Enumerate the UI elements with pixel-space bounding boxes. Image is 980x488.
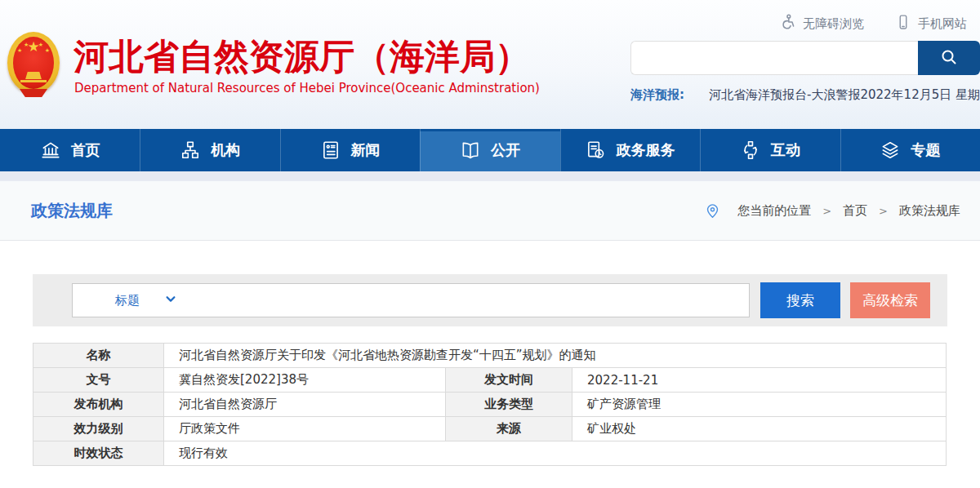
detail-label-cell: 效力级别 [33,417,164,441]
detail-label-cell: 名称 [33,344,164,368]
nav-item-home[interactable]: 首页 [0,129,140,171]
nav-label: 机构 [211,140,240,160]
nav-label: 政务服务 [616,140,675,160]
page-title[interactable]: 政策法规库 [31,200,113,222]
table-row: 名称 河北省自然资源厅关于印发《河北省地热资源勘查开发“十四五”规划》的通知 [33,344,947,368]
news-icon [320,140,341,161]
site-search [630,41,980,75]
chevron-down-icon [164,293,177,308]
policy-search-bar: 标题 搜索 高级检索 [33,274,947,326]
main-content: 标题 搜索 高级检索 名称 河北省自然资源厅关于印发《河北省地热资源勘查开发“十… [0,241,980,466]
policy-query-input[interactable] [177,284,749,317]
detail-value-cell: 2022-11-21 [572,368,947,393]
detail-value-cell: 河北省自然资源厅 [164,393,446,417]
mobile-site-label: 手机网站 [918,16,967,32]
site-header: 无障碍浏览 手机网站 ★ ★ ★ ★ ★ 河北省自然资源厅（海洋局） Depar… [0,0,980,129]
mobile-phone-icon [895,14,911,33]
nav-item-public[interactable]: 公开 [420,129,559,171]
ocean-forecast-bar: 海洋预报: 河北省海洋预报台-大浪警报 2022年12月5日 星期一 [630,87,978,103]
mobile-site-link[interactable]: 手机网站 [895,14,967,33]
site-title: 河北省自然资源厅（海洋局） [74,33,530,81]
forecast-link[interactable]: 河北省海洋预报台-大浪警报 [709,87,860,103]
org-chart-icon [180,140,201,161]
accessibility-icon [778,13,796,34]
detail-label-cell: 文号 [33,368,164,393]
topbar-links: 无障碍浏览 手机网站 [778,13,967,34]
policy-detail-table: 名称 河北省自然资源厅关于印发《河北省地热资源勘查开发“十四五”规划》的通知 文… [33,343,947,466]
gov-service-icon [585,140,606,161]
breadcrumb-label: 您当前的位置 [737,203,811,219]
breadcrumb-separator: > [822,205,831,217]
main-nav: 首页 机构 新闻 公开 [0,129,980,171]
field-selector-dropdown[interactable]: 标题 [115,293,177,308]
nav-label: 互动 [771,140,800,160]
site-search-button[interactable] [918,41,980,75]
breadcrumb: 您当前的位置 > 首页 > 政策法规库 [704,202,960,220]
breadcrumb-separator: > [879,205,888,217]
table-row: 时效状态 现行有效 [33,441,947,466]
breadcrumb-home[interactable]: 首页 [843,203,867,219]
forecast-label: 海洋预报: [630,87,684,103]
nav-item-interact[interactable]: 互动 [700,129,840,171]
national-emblem-logo: ★ ★ ★ ★ ★ [7,30,60,97]
nav-label: 新闻 [351,140,381,160]
site-subtitle: Department of Natural Resources of Hebei… [74,81,540,95]
detail-label-cell: 时效状态 [33,441,164,466]
nav-label: 公开 [491,140,520,160]
interact-icon [740,140,761,161]
search-button[interactable]: 搜索 [760,282,840,318]
site-search-input[interactable] [630,41,918,75]
search-icon [939,47,959,69]
accessibility-label: 无障碍浏览 [803,16,864,32]
detail-label-cell: 发文时间 [446,368,572,393]
location-bar: 政策法规库 您当前的位置 > 首页 > 政策法规库 [0,181,980,241]
topics-layers-icon [880,140,901,161]
detail-value-cell: 现行有效 [164,441,947,466]
detail-value-cell: 厅政策文件 [164,417,446,441]
detail-value-cell: 河北省自然资源厅关于印发《河北省地热资源勘查开发“十四五”规划》的通知 [164,344,947,368]
nav-item-org[interactable]: 机构 [140,129,279,171]
accessibility-link[interactable]: 无障碍浏览 [778,13,864,34]
nav-bottom-strip [0,171,980,181]
nav-label: 首页 [71,140,100,160]
detail-label-cell: 业务类型 [446,393,572,417]
detail-value-cell: 矿业权处 [572,417,947,441]
open-book-icon [460,140,481,161]
policy-search-field: 标题 [72,283,750,317]
nav-item-gov-service[interactable]: 政务服务 [560,129,700,171]
detail-value-cell: 冀自然资发[2022]38号 [164,368,446,393]
nav-item-news[interactable]: 新闻 [280,129,420,171]
location-pin-icon [704,202,721,220]
detail-label-cell: 发布机构 [33,393,164,417]
table-row: 文号 冀自然资发[2022]38号 发文时间 2022-11-21 [33,368,947,393]
detail-value-cell: 矿产资源管理 [572,393,947,417]
advanced-search-button[interactable]: 高级检索 [850,282,930,318]
nav-item-topics[interactable]: 专题 [840,129,980,171]
field-selector-label: 标题 [115,293,140,308]
table-row: 发布机构 河北省自然资源厅 业务类型 矿产资源管理 [33,393,947,417]
breadcrumb-current[interactable]: 政策法规库 [899,203,960,219]
detail-label-cell: 来源 [446,417,572,441]
nav-label: 专题 [911,140,940,160]
home-icon [40,140,61,161]
forecast-date: 2022年12月5日 星期一 [860,87,980,103]
table-row: 效力级别 厅政策文件 来源 矿业权处 [33,417,947,441]
